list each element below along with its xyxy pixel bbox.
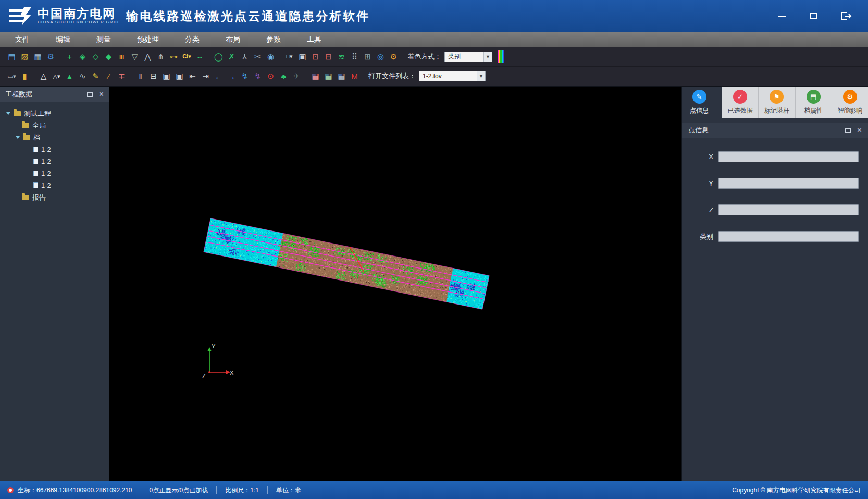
pylon-a-icon[interactable]: ⋀ <box>141 50 154 64</box>
image-thumb-1-icon[interactable]: ▦ <box>309 69 322 83</box>
camera-icon[interactable]: ◎ <box>374 50 387 64</box>
menu-parameters[interactable]: 参数 <box>253 32 294 47</box>
key-icon[interactable]: ⊶ <box>167 50 180 64</box>
menu-file[interactable]: 文件 <box>2 32 43 47</box>
tab-smart-impact[interactable]: ⚙ 智能影响 <box>832 87 868 118</box>
menu-edit[interactable]: 编辑 <box>43 32 83 47</box>
view-diamond-1-icon[interactable]: ◈ <box>76 50 89 64</box>
polyline-b-icon[interactable]: ↯ <box>251 69 264 83</box>
clip-in-icon[interactable]: ⊡ <box>309 50 322 64</box>
tin-outline-icon[interactable]: △ <box>37 69 50 83</box>
report-document-icon[interactable]: ▤ <box>5 50 18 64</box>
minimize-button[interactable] <box>773 9 790 23</box>
menu-tools[interactable]: 工具 <box>294 32 334 47</box>
tree-node-project[interactable]: 测试工程 <box>3 107 106 119</box>
exit-button[interactable] <box>838 9 854 23</box>
viewport-canvas[interactable]: YXZ <box>109 87 681 481</box>
maximize-button[interactable] <box>805 9 822 23</box>
ruler-icon[interactable]: ∕ <box>102 69 115 83</box>
layers-icon[interactable]: ≋ <box>335 50 348 64</box>
nav-back-icon[interactable]: ← <box>212 69 225 83</box>
snap-dropdown-icon[interactable]: ▭▾ <box>5 69 18 83</box>
tab-point-info[interactable]: ✎ 点信息 <box>682 87 716 118</box>
tin-dropdown-icon[interactable]: △▾ <box>50 69 63 83</box>
process-gear-icon[interactable]: ⚙ <box>387 50 400 64</box>
tree-icon[interactable]: ♣ <box>277 69 290 83</box>
settings-gear-icon[interactable]: ⚙ <box>44 50 57 64</box>
nav-forward-icon[interactable]: → <box>225 69 238 83</box>
copy-view-a-icon[interactable]: ▣ <box>160 69 173 83</box>
location-pin-icon[interactable]: ⊙ <box>264 69 277 83</box>
undock-icon[interactable] <box>845 128 851 133</box>
coloring-mode-dropdown[interactable]: 类别 ▼ <box>444 52 492 62</box>
x-input[interactable] <box>718 151 859 162</box>
z-input[interactable] <box>718 204 859 215</box>
tree-node-span[interactable]: 档 <box>3 131 106 143</box>
tab-span-properties[interactable]: ▤ 档属性 <box>795 87 832 118</box>
brush-icon[interactable]: ✎ <box>89 69 102 83</box>
tab-label: 已选数据 <box>728 106 753 115</box>
polyline-a-icon[interactable]: ↯ <box>238 69 251 83</box>
grid-points-icon[interactable]: ⠿ <box>348 50 361 64</box>
tree-node-label: 1-2 <box>41 169 51 177</box>
close-icon[interactable]: × <box>99 90 104 99</box>
tree-node-file[interactable]: 1-2 <box>3 155 106 167</box>
tree-node-file[interactable]: 1-2 <box>3 143 106 155</box>
copy-view-b-icon[interactable]: ▣ <box>173 69 186 83</box>
height-measure-icon[interactable]: ∓ <box>115 69 128 83</box>
image-thumb-3-icon[interactable]: ▦ <box>335 69 348 83</box>
toolbar-divider <box>306 70 306 82</box>
open-file-list-dropdown[interactable]: 1-2.tov ▼ <box>419 71 486 81</box>
close-icon[interactable]: × <box>857 126 862 135</box>
classify-ci-icon[interactable]: CI▾ <box>180 50 193 64</box>
save-icon[interactable]: ▦ <box>31 50 44 64</box>
tree-node-file[interactable]: 1-2 <box>3 167 106 179</box>
open-folder-icon[interactable]: ▨ <box>18 50 31 64</box>
view-diamond-3-icon[interactable]: ◆ <box>102 50 115 64</box>
page-prev-icon[interactable]: ⇤ <box>186 69 199 83</box>
filter-funnel-icon[interactable]: ▽ <box>128 50 141 64</box>
image-thumb-2-icon[interactable]: ▦ <box>322 69 335 83</box>
tree-node-global[interactable]: 全局 <box>3 119 106 131</box>
page-next-icon[interactable]: ⇥ <box>199 69 212 83</box>
voxel-icon[interactable]: ⊞ <box>361 50 374 64</box>
section-split-icon[interactable]: ⊟ <box>147 69 160 83</box>
airplane-icon[interactable]: ✈ <box>290 69 303 83</box>
view-diamond-2-icon[interactable]: ◇ <box>89 50 102 64</box>
menu-measure[interactable]: 测量 <box>83 32 124 47</box>
eye-icon[interactable]: ◉ <box>264 50 277 64</box>
point-info-panel-header: 点信息 × <box>682 123 868 138</box>
move-tool-icon[interactable]: + <box>63 50 76 64</box>
cross-tool-icon[interactable]: ✗ <box>225 50 238 64</box>
scissors-icon[interactable]: ✂ <box>251 50 264 64</box>
expand-arrow-icon[interactable] <box>16 136 20 139</box>
tin-filled-icon[interactable]: ▲ <box>63 69 76 83</box>
marker-bar-icon[interactable]: ▮ <box>18 69 31 83</box>
span-properties-icon: ▤ <box>807 90 821 104</box>
tab-selected-data[interactable]: ✓ 已选数据 <box>722 87 758 118</box>
insulator-tool-icon[interactable]: ⅄ <box>238 50 251 64</box>
section-bars-icon[interactable]: III <box>115 50 128 64</box>
model-m-icon[interactable]: M <box>348 69 361 83</box>
tab-mark-tower[interactable]: ⚑ 标记塔杆 <box>758 87 795 118</box>
pylon-b-icon[interactable]: ⋔ <box>154 50 167 64</box>
expand-arrow-icon[interactable] <box>6 112 10 115</box>
y-input[interactable] <box>718 178 859 189</box>
colorbar-icon[interactable] <box>498 50 504 63</box>
clip-out-icon[interactable]: ⊟ <box>322 50 335 64</box>
category-input[interactable] <box>718 231 859 242</box>
menu-layout[interactable]: 布局 <box>213 32 253 47</box>
catenary-curve-icon[interactable]: ⌣ <box>193 50 206 64</box>
undock-icon[interactable] <box>87 92 93 97</box>
rect-query-icon[interactable]: ▣ <box>296 50 309 64</box>
tree-node-file[interactable]: 1-2 <box>3 179 106 191</box>
rect-select-icon[interactable]: □▾ <box>283 50 296 64</box>
profile-pair-icon[interactable]: ‖ <box>134 69 147 83</box>
menu-preprocess[interactable]: 预处理 <box>124 32 172 47</box>
menu-classify[interactable]: 分类 <box>172 32 213 47</box>
tree-node-report[interactable]: 报告 <box>3 191 106 203</box>
project-data-panel: 工程数据 × 测试工程 全局 档 1-2 <box>0 87 109 481</box>
coloring-mode-value: 类别 <box>445 52 483 61</box>
ellipse-tool-icon[interactable]: ◯ <box>212 50 225 64</box>
wave-icon[interactable]: ∿ <box>76 69 89 83</box>
